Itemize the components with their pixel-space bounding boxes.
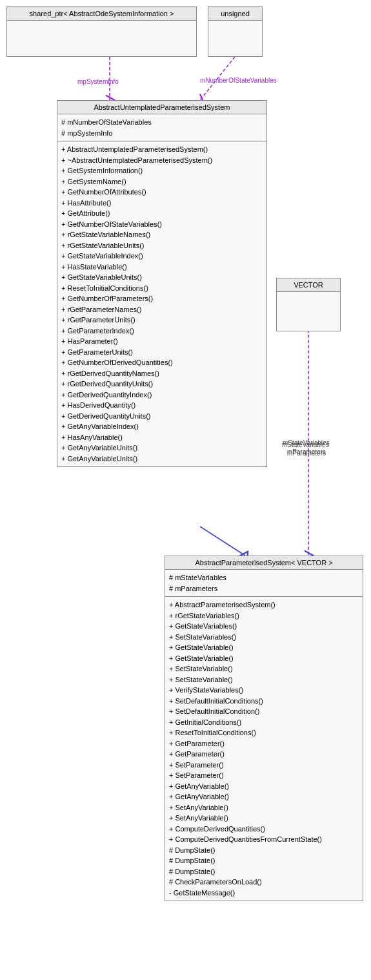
- attr-mpsystem: # mpSystemInfo: [61, 128, 263, 139]
- attr-mstatevars: # mStateVariables: [169, 572, 359, 583]
- mparam-label: mParameters: [287, 448, 326, 455]
- abstract-parameterised-box: AbstractParameterisedSystem< VECTOR > # …: [165, 556, 363, 901]
- attr-mparams: # mParameters: [169, 583, 359, 594]
- attr-mnumber: # mNumberOfStateVariables: [61, 117, 263, 128]
- vector-body: [277, 292, 340, 331]
- diagram-container: mpSystemInfo mNumberOfStateVariables mSt…: [0, 0, 371, 980]
- vector-header: VECTOR: [277, 278, 340, 292]
- unsigned-label: unsigned: [221, 10, 250, 17]
- abstract-untemplated-box: AbstractUntemplatedParameterisedSystem #…: [57, 100, 267, 467]
- svg-line-7: [200, 526, 245, 556]
- svg-text:mNumberOfStateVariables: mNumberOfStateVariables: [200, 77, 277, 84]
- shared-ptr-header: shared_ptr< AbstractOdeSystemInformation…: [7, 7, 196, 21]
- abstract-parameterised-header: AbstractParameterisedSystem< VECTOR >: [165, 556, 363, 570]
- unsigned-box: unsigned: [208, 6, 263, 57]
- shared-ptr-label: shared_ptr< AbstractOdeSystemInformation…: [30, 10, 174, 17]
- abstract-untemplated-label: AbstractUntemplatedParameterisedSystem: [94, 103, 230, 111]
- abstract-parameterised-attributes: # mStateVariables # mParameters: [165, 570, 363, 597]
- abstract-parameterised-label: AbstractParameterisedSystem< VECTOR >: [195, 559, 332, 567]
- vector-box: VECTOR: [276, 278, 341, 331]
- abstract-untemplated-attributes: # mNumberOfStateVariables # mpSystemInfo: [57, 114, 266, 141]
- unsigned-body: [208, 21, 262, 56]
- vector-label: VECTOR: [294, 281, 323, 289]
- svg-line-2: [200, 57, 235, 100]
- abstract-untemplated-methods: + AbstractUntemplatedParameterisedSystem…: [57, 141, 266, 466]
- abstract-parameterised-methods: + AbstractParameterisedSystem() + rGetSt…: [165, 597, 363, 901]
- unsigned-header: unsigned: [208, 7, 262, 21]
- svg-text:mpSystemInfo: mpSystemInfo: [77, 78, 119, 85]
- shared-ptr-body: [7, 21, 196, 56]
- abstract-untemplated-header: AbstractUntemplatedParameterisedSystem: [57, 101, 266, 114]
- shared-ptr-box: shared_ptr< AbstractOdeSystemInformation…: [6, 6, 197, 57]
- mstate-label: mStateVariables: [283, 439, 330, 446]
